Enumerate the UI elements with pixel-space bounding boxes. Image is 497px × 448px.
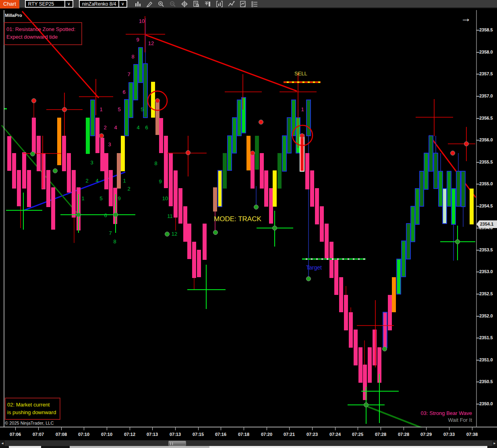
edge-segment <box>209 446 487 448</box>
edge-segment <box>487 446 497 448</box>
time-axis-label: 07:10 <box>78 432 89 437</box>
sell-signal-label: SELL <box>294 71 307 77</box>
price-axis-label: 2350.0 <box>479 401 493 406</box>
ninjatrader-window: Chart RTY SEP25 ∨ ninZaRenko 8/4 ∨ 10912… <box>0 0 497 448</box>
edge-segment <box>9 446 41 448</box>
scrollbar-right-arrow-icon[interactable]: ► <box>492 440 497 446</box>
instrument-dropdown[interactable]: RTY SEP25 ∨ <box>25 0 73 8</box>
time-axis-label: 07:13 <box>147 432 158 437</box>
price-axis-label: 2358.5 <box>479 27 493 32</box>
scroll-to-end-arrow-icon[interactable]: → <box>461 12 471 25</box>
time-tick <box>221 427 221 430</box>
toolbar-icons <box>132 0 261 8</box>
price-axis-label: 2358.0 <box>479 50 493 54</box>
time-tick <box>267 427 267 430</box>
panel-icon[interactable] <box>202 0 214 8</box>
time-tick <box>130 427 130 430</box>
time-tick <box>244 427 244 430</box>
annotation-line: Expect downward tide <box>6 33 80 41</box>
price-axis-label: 2354.5 <box>479 203 493 208</box>
crosshair-icon[interactable] <box>179 0 191 8</box>
time-axis-label: 07:10 <box>101 432 112 437</box>
annotation-line: 01: Resistance Zone Spotted: <box>6 25 80 33</box>
time-tick <box>404 427 404 430</box>
scrollbar-thumb[interactable] <box>168 441 186 446</box>
time-axis-label: 07:28 <box>375 432 386 437</box>
annotation-line: 03: Strong Bear Wave <box>362 410 472 417</box>
annotation-box-market-current[interactable]: 02: Market current is pushing downward <box>5 398 60 420</box>
annotation-bear-wave[interactable]: 03: Strong Bear Wave Wait For It <box>362 410 472 423</box>
price-axis-label: 2350.5 <box>479 379 493 384</box>
time-tick <box>175 427 176 430</box>
time-axis-label: 07:13 <box>170 432 181 437</box>
time-axis-label: 07:33 <box>443 432 455 437</box>
scrollbar-left-arrow-icon[interactable]: ◄ <box>0 440 5 446</box>
price-axis-label: 2353.5 <box>479 247 493 252</box>
time-axis[interactable]: 07:0607:0707:0807:1007:1007:1207:1307:13… <box>0 427 497 440</box>
time-axis-label: 07:38 <box>466 432 478 437</box>
strategy-icon[interactable] <box>237 0 249 8</box>
time-tick <box>426 427 427 430</box>
trendline-icon[interactable] <box>226 0 237 8</box>
time-tick <box>15 427 16 430</box>
time-tick <box>381 427 381 430</box>
time-tick <box>107 427 107 430</box>
price-axis-label: 2352.5 <box>479 291 493 296</box>
time-axis-label: 07:18 <box>238 432 249 437</box>
time-tick <box>312 427 313 430</box>
time-axis-label: 07:24 <box>329 432 341 437</box>
copyright-text: © 2025 NinjaTrader, LLC <box>5 421 54 425</box>
time-axis-label: 07:07 <box>33 432 44 437</box>
toolbar: Chart RTY SEP25 ∨ ninZaRenko 8/4 ∨ <box>0 0 497 9</box>
time-axis-label: 07:28 <box>398 432 409 437</box>
time-axis-label: 07:21 <box>284 432 295 437</box>
time-tick <box>152 427 153 430</box>
edge-segment <box>41 446 70 448</box>
price-axis-label: 2357.0 <box>479 93 493 98</box>
price-axis-label: 2355.5 <box>479 160 493 164</box>
price-axis-label: 2353.0 <box>479 269 493 274</box>
price-axis-label: 2352.0 <box>479 313 493 318</box>
time-axis-label: 07:15 <box>193 432 204 437</box>
scrollbar-grip <box>170 442 173 445</box>
price-axis-label: 2351.5 <box>479 335 493 340</box>
time-axis-label: 07:06 <box>10 432 21 437</box>
taskbar-edge <box>0 446 497 448</box>
edge-segment <box>0 446 9 448</box>
target-label: Target <box>306 264 322 271</box>
time-axis-label: 07:25 <box>352 432 363 437</box>
time-tick <box>449 427 449 430</box>
annotation-line: 02: Market current <box>7 401 58 409</box>
time-tick <box>84 427 84 430</box>
price-axis[interactable]: 2358.52358.02357.52357.02356.52356.02355… <box>477 10 497 427</box>
time-tick <box>289 427 290 430</box>
time-tick <box>198 427 199 430</box>
chart-style-icon[interactable] <box>132 0 144 8</box>
zoom-in-icon[interactable] <box>155 0 167 8</box>
time-tick <box>38 427 39 430</box>
price-axis-label: 2351.0 <box>479 357 493 362</box>
zoom-out-icon[interactable] <box>167 0 179 8</box>
mode-track-label: MODE: TRACK <box>214 215 261 223</box>
chevron-down-icon[interactable]: ∨ <box>64 1 72 7</box>
time-axis-label: 07:08 <box>56 432 67 437</box>
current-price-tag: 2354.1 <box>476 220 497 228</box>
price-axis-label: 2356.0 <box>479 137 493 142</box>
horizontal-scrollbar[interactable]: ◄ ► <box>0 440 497 446</box>
chart-type-dropdown[interactable]: ninZaRenko 8/4 ∨ <box>79 0 127 8</box>
price-axis-label: 2357.5 <box>479 71 493 76</box>
indicators-icon[interactable] <box>214 0 226 8</box>
properties-icon[interactable] <box>249 0 261 8</box>
time-tick <box>61 427 62 430</box>
chevron-down-icon[interactable]: ∨ <box>118 1 126 7</box>
time-axis-label: 07:23 <box>306 432 318 437</box>
tab-chart[interactable]: Chart <box>0 0 19 8</box>
annotation-box-resistance[interactable]: 01: Resistance Zone Spotted: Expect down… <box>4 22 82 45</box>
instrument-value: RTY SEP25 <box>26 1 64 7</box>
data-box-icon[interactable] <box>191 0 202 8</box>
draw-icon[interactable] <box>144 0 155 8</box>
price-axis-label: 2356.5 <box>479 116 493 120</box>
price-axis-label: 2355.0 <box>479 181 493 186</box>
edge-segment <box>70 446 209 448</box>
watermark: MillaPro <box>5 13 22 18</box>
